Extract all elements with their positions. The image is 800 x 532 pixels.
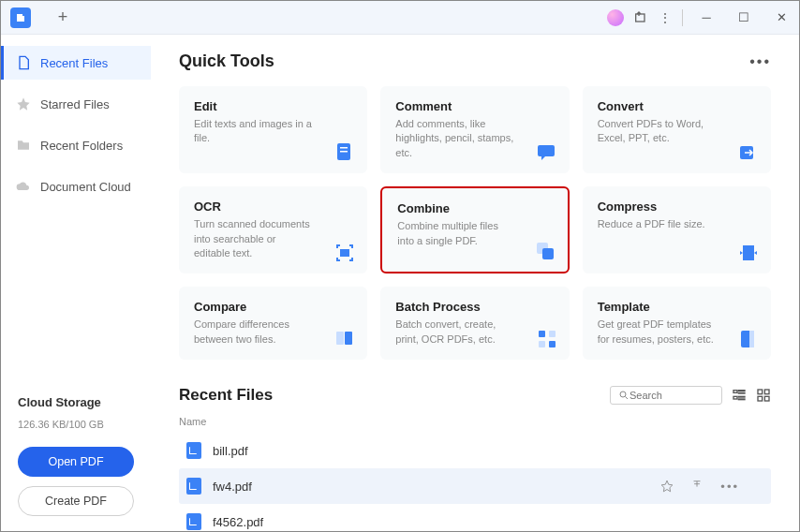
- create-pdf-button[interactable]: Create PDF: [18, 486, 134, 516]
- tool-title: Edit: [194, 99, 352, 113]
- svg-rect-26: [764, 396, 769, 401]
- convert-icon: [737, 141, 760, 164]
- file-more-icon[interactable]: •••: [720, 480, 739, 494]
- svg-rect-18: [738, 391, 745, 392]
- tool-edit[interactable]: Edit Edit texts and images in a file.: [179, 86, 367, 173]
- tool-desc: Add comments, like highlights, pencil, s…: [395, 117, 514, 160]
- tool-desc: Edit texts and images in a file.: [194, 117, 313, 146]
- svg-rect-8: [336, 332, 344, 345]
- file-row[interactable]: bill.pdf: [179, 433, 771, 468]
- tool-desc: Compare differences between two files.: [194, 318, 313, 347]
- pin-icon[interactable]: [690, 480, 704, 493]
- comment-icon: [536, 141, 558, 164]
- tool-compress[interactable]: Compress Reduce a PDF file size.: [583, 186, 771, 273]
- svg-rect-0: [636, 14, 644, 22]
- compare-icon: [333, 328, 356, 350]
- tool-desc: Get great PDF templates for resumes, pos…: [598, 318, 717, 347]
- file-name: bill.pdf: [213, 444, 248, 458]
- cloud-usage: 126.36 KB/100 GB: [18, 419, 134, 430]
- tools-grid: Edit Edit texts and images in a file. Co…: [179, 86, 771, 360]
- tool-batch-process[interactable]: Batch Process Batch convert, create, pri…: [380, 287, 569, 360]
- minimize-button[interactable]: ─: [692, 4, 720, 32]
- file-row[interactable]: f4562.pdf: [179, 504, 771, 531]
- compress-icon: [737, 242, 760, 264]
- tool-comment[interactable]: Comment Add comments, like highlights, p…: [380, 86, 569, 173]
- sidebar-item-document-cloud[interactable]: Document Cloud: [1, 170, 151, 203]
- svg-rect-10: [539, 331, 545, 337]
- sidebar-item-recent-files[interactable]: Recent Files: [1, 46, 151, 80]
- sidebar-label: Document Cloud: [40, 180, 131, 194]
- sidebar-label: Recent Folders: [40, 139, 123, 153]
- file-icon: [16, 55, 31, 70]
- svg-rect-21: [738, 396, 745, 397]
- maximize-button[interactable]: ☐: [730, 4, 758, 32]
- new-tab-button[interactable]: +: [52, 7, 74, 29]
- template-icon: [737, 328, 760, 350]
- tool-title: Compress: [598, 200, 756, 214]
- tool-compare[interactable]: Compare Compare differences between two …: [179, 287, 367, 360]
- tool-title: Batch Process: [395, 300, 554, 314]
- profile-orb-icon[interactable]: [607, 9, 624, 26]
- search-icon: [618, 390, 630, 401]
- tool-combine[interactable]: Combine Combine multiple files into a si…: [380, 186, 569, 273]
- svg-rect-25: [758, 396, 763, 401]
- pdf-file-icon: [186, 513, 201, 530]
- file-name: fw4.pdf: [213, 480, 252, 494]
- svg-point-16: [620, 392, 626, 397]
- tool-desc: Batch convert, create, print, OCR PDFs, …: [395, 318, 514, 347]
- svg-rect-15: [749, 331, 754, 347]
- tool-title: Comment: [395, 99, 554, 113]
- column-name: Name: [179, 416, 771, 427]
- edit-icon: [333, 141, 356, 164]
- svg-rect-19: [738, 392, 745, 393]
- svg-rect-9: [345, 332, 352, 345]
- cloud-title: Cloud Storage: [18, 395, 134, 409]
- svg-rect-2: [340, 147, 348, 149]
- svg-rect-20: [733, 396, 737, 399]
- svg-rect-5: [341, 250, 348, 256]
- cloud-storage-section: Cloud Storage 126.36 KB/100 GB Open PDF …: [1, 380, 151, 531]
- tool-title: Compare: [194, 300, 352, 314]
- svg-rect-17: [733, 391, 737, 393]
- combine-icon: [534, 240, 556, 262]
- star-outline-icon[interactable]: [660, 480, 674, 493]
- folder-icon: [16, 138, 31, 153]
- tool-title: Template: [598, 300, 756, 314]
- svg-rect-7: [542, 248, 554, 259]
- tool-title: OCR: [194, 200, 352, 214]
- tool-desc: Reduce a PDF file size.: [598, 217, 717, 231]
- kebab-menu-icon[interactable]: ⋮: [658, 10, 673, 25]
- pdf-file-icon: [186, 442, 201, 459]
- tool-template[interactable]: Template Get great PDF templates for res…: [583, 287, 771, 360]
- tool-desc: Convert PDFs to Word, Excel, PPT, etc.: [598, 117, 717, 146]
- close-button[interactable]: ✕: [767, 4, 795, 32]
- cloud-icon: [16, 179, 31, 194]
- sidebar-label: Starred Files: [40, 97, 110, 111]
- grid-view-icon[interactable]: [756, 388, 771, 403]
- svg-rect-3: [340, 151, 348, 153]
- share-icon[interactable]: [633, 10, 648, 25]
- main-content: Quick Tools ••• Edit Edit texts and imag…: [151, 35, 799, 531]
- search-box[interactable]: [610, 386, 722, 405]
- file-row[interactable]: fw4.pdf •••: [179, 468, 771, 504]
- tool-convert[interactable]: Convert Convert PDFs to Word, Excel, PPT…: [583, 86, 771, 173]
- svg-rect-23: [758, 390, 763, 394]
- recent-files-title: Recent Files: [179, 386, 273, 405]
- open-pdf-button[interactable]: Open PDF: [18, 447, 134, 477]
- tool-desc: Turn scanned documents into searchable o…: [194, 217, 313, 260]
- sidebar-label: Recent Files: [40, 56, 108, 70]
- list-view-icon[interactable]: [732, 388, 747, 403]
- quick-tools-title: Quick Tools: [179, 52, 274, 71]
- ocr-icon: [333, 242, 356, 264]
- tool-desc: Combine multiple files into a single PDF…: [397, 219, 513, 248]
- more-options-icon[interactable]: •••: [749, 53, 771, 70]
- titlebar: + ⋮ ─ ☐ ✕: [1, 1, 799, 35]
- file-name: f4562.pdf: [213, 515, 263, 529]
- sidebar-item-starred-files[interactable]: Starred Files: [1, 87, 151, 121]
- search-input[interactable]: [630, 390, 714, 401]
- svg-rect-13: [549, 341, 556, 347]
- sidebar-item-recent-folders[interactable]: Recent Folders: [1, 128, 151, 162]
- app-logo-icon: [10, 7, 31, 28]
- tool-ocr[interactable]: OCR Turn scanned documents into searchab…: [179, 186, 367, 273]
- svg-rect-22: [738, 399, 745, 400]
